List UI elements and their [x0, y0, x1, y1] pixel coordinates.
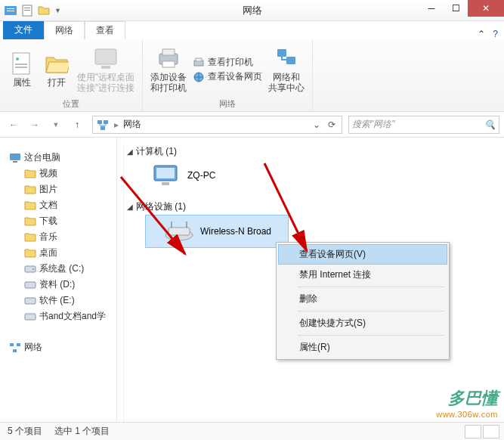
- properties-icon[interactable]: [21, 5, 33, 17]
- svg-rect-37: [169, 228, 190, 235]
- svg-rect-35: [162, 182, 169, 185]
- sidebar-item-pictures[interactable]: 图片: [9, 181, 116, 197]
- context-delete[interactable]: 删除: [278, 289, 447, 309]
- breadcrumb-sep-icon: ▸: [114, 119, 119, 130]
- svg-rect-10: [95, 49, 116, 64]
- device-computer[interactable]: ZQ-PC: [127, 160, 504, 191]
- sidebar-label: 这台电脑: [24, 151, 60, 164]
- app-icon: [5, 5, 17, 17]
- main-pane: ◢ 计算机 (1) ZQ-PC ◢ 网络设施 (1) Wireless-N Br…: [117, 138, 504, 422]
- tab-file[interactable]: 文件: [3, 20, 44, 39]
- sidebar-item-drive-d[interactable]: 资料 (D:): [9, 277, 116, 293]
- group-header-computer[interactable]: ◢ 计算机 (1): [127, 144, 504, 160]
- sidebar-label: 音乐: [39, 231, 57, 243]
- printer-icon: [156, 46, 181, 70]
- recent-dropdown-icon[interactable]: ▼: [47, 116, 65, 134]
- folder-icon: [24, 247, 36, 259]
- drive-icon: [24, 263, 36, 275]
- svg-point-7: [16, 57, 19, 60]
- help-icon[interactable]: ?: [493, 29, 498, 39]
- sidebar-item-videos[interactable]: 视频: [9, 166, 116, 181]
- group-label: 网络设施 (1): [136, 200, 186, 213]
- back-button[interactable]: ←: [5, 116, 23, 134]
- svg-rect-11: [101, 66, 110, 69]
- sidebar-item-music[interactable]: 音乐: [9, 229, 116, 245]
- sidebar-item-drive-e[interactable]: 软件 (E:): [9, 293, 116, 308]
- sidebar-item-desktop[interactable]: 桌面: [9, 245, 116, 261]
- context-shortcut[interactable]: 创建快捷方式(S): [278, 313, 447, 333]
- properties-icon: [10, 51, 34, 76]
- folder-icon[interactable]: [38, 5, 50, 17]
- sidebar-label: 图片: [39, 183, 57, 196]
- context-label: 禁用 Internet 连接: [299, 269, 371, 280]
- forward-button[interactable]: →: [26, 116, 44, 134]
- svg-rect-27: [25, 282, 36, 288]
- folder-icon: [24, 184, 36, 196]
- ribbon-add-devices-label: 添加设备 和打印机: [150, 72, 187, 94]
- window-controls: ─ ☐ ✕: [419, 0, 504, 17]
- refresh-icon[interactable]: ⟳: [325, 119, 339, 130]
- ribbon-collapse-icon[interactable]: ⌃: [478, 29, 485, 39]
- breadcrumb-dropdown-icon[interactable]: ⌄: [313, 119, 320, 130]
- svg-rect-32: [13, 349, 17, 352]
- svg-rect-14: [162, 61, 175, 67]
- ribbon-properties[interactable]: 属性: [8, 51, 36, 88]
- device-router[interactable]: Wireless-N Broad: [145, 215, 289, 248]
- sidebar-item-drive-books[interactable]: 书and文档and学: [9, 308, 116, 324]
- breadcrumb-text: 网络: [123, 118, 141, 131]
- context-separator: [298, 335, 444, 336]
- svg-rect-23: [10, 153, 20, 160]
- sidebar-item-downloads[interactable]: 下载: [9, 213, 116, 229]
- ribbon-view-printers-label: 查看打印机: [208, 56, 253, 69]
- ribbon-net-share[interactable]: 网络和 共享中心: [268, 46, 305, 94]
- group-header-netdev[interactable]: ◢ 网络设施 (1): [127, 199, 504, 215]
- sidebar-label: 文档: [39, 199, 57, 212]
- chevron-down-icon: ◢: [127, 203, 133, 211]
- status-count: 5 个项目: [8, 425, 42, 438]
- qat-dropdown-icon[interactable]: ▼: [54, 7, 61, 14]
- ribbon-view-printers[interactable]: 查看打印机: [193, 56, 262, 69]
- search-input[interactable]: 搜索"网络" 🔍: [348, 116, 499, 134]
- up-button[interactable]: ↑: [68, 116, 86, 134]
- view-icons-button[interactable]: [483, 425, 499, 438]
- svg-rect-9: [15, 67, 27, 68]
- sidebar-label: 网络: [24, 341, 42, 354]
- context-properties[interactable]: 属性(R): [278, 337, 447, 358]
- context-view-page[interactable]: 查看设备网页(V): [278, 244, 447, 265]
- svg-rect-4: [24, 8, 30, 8]
- open-icon: [45, 51, 69, 76]
- close-button[interactable]: ✕: [468, 0, 504, 17]
- ribbon-add-devices[interactable]: 添加设备 和打印机: [150, 46, 187, 94]
- printer-small-icon: [193, 57, 205, 69]
- ribbon-open[interactable]: 打开: [42, 51, 71, 88]
- tab-network[interactable]: 网络: [44, 21, 85, 39]
- folder-icon: [24, 231, 36, 243]
- folder-icon: [24, 200, 36, 212]
- sidebar-label: 桌面: [39, 246, 57, 259]
- sidebar-item-network[interactable]: 网络: [9, 339, 116, 355]
- svg-rect-28: [25, 298, 36, 304]
- watermark: 多巴懂 www.306w.com: [436, 387, 498, 419]
- sidebar-label: 系统盘 (C:): [39, 262, 84, 275]
- breadcrumb[interactable]: ▸ 网络 ⌄ ⟳: [92, 116, 342, 134]
- sidebar-label: 软件 (E:): [39, 294, 75, 307]
- context-label: 查看设备网页(V): [299, 249, 366, 259]
- svg-rect-16: [196, 58, 202, 61]
- ribbon-view-device-page-label: 查看设备网页: [208, 70, 262, 83]
- context-disable-net[interactable]: 禁用 Internet 连接: [278, 265, 447, 285]
- device-label: Wireless-N Broad: [200, 226, 271, 237]
- sidebar-item-this-pc[interactable]: 这台电脑: [9, 150, 116, 166]
- svg-rect-13: [162, 49, 175, 55]
- webpage-icon: [193, 71, 205, 83]
- sidebar-item-documents[interactable]: 文档: [9, 197, 116, 213]
- tab-view[interactable]: 查看: [85, 21, 125, 39]
- navbar: ← → ▼ ↑ ▸ 网络 ⌄ ⟳ 搜索"网络" 🔍: [0, 112, 504, 138]
- view-details-button[interactable]: [465, 425, 481, 438]
- ribbon-view-device-page[interactable]: 查看设备网页: [193, 70, 262, 83]
- ribbon-group-network-label: 网络: [219, 97, 236, 110]
- minimize-button[interactable]: ─: [419, 0, 444, 17]
- sidebar-item-drive-c[interactable]: 系统盘 (C:): [9, 261, 116, 277]
- maximize-button[interactable]: ☐: [444, 0, 468, 17]
- ribbon-open-label: 打开: [48, 77, 66, 88]
- svg-rect-31: [17, 343, 20, 346]
